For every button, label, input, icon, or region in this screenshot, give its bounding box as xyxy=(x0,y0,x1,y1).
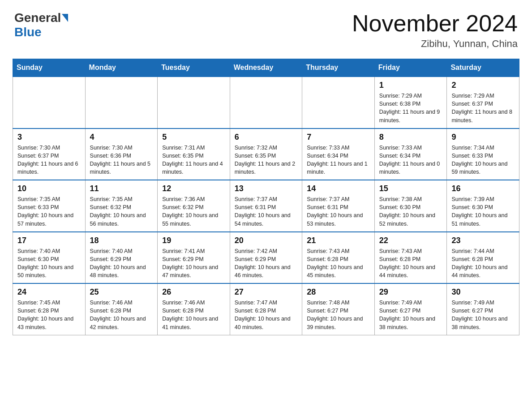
day-info: Sunrise: 7:43 AM Sunset: 6:28 PM Dayligh… xyxy=(307,247,370,280)
day-number: 24 xyxy=(17,287,81,297)
day-number: 25 xyxy=(90,287,153,297)
day-number: 22 xyxy=(379,236,442,245)
calendar-cell: 3Sunrise: 7:30 AM Sunset: 6:37 PM Daylig… xyxy=(13,128,86,180)
calendar-cell: 5Sunrise: 7:31 AM Sunset: 6:35 PM Daylig… xyxy=(158,128,230,180)
day-number: 12 xyxy=(162,184,225,193)
day-number: 13 xyxy=(235,184,298,193)
logo-arrow-icon xyxy=(62,14,68,22)
weekday-header-tuesday: Tuesday xyxy=(158,59,230,77)
day-info: Sunrise: 7:48 AM Sunset: 6:27 PM Dayligh… xyxy=(307,299,370,331)
day-info: Sunrise: 7:37 AM Sunset: 6:31 PM Dayligh… xyxy=(235,195,298,228)
day-number: 6 xyxy=(235,133,298,142)
calendar-week-row: 1Sunrise: 7:29 AM Sunset: 6:38 PM Daylig… xyxy=(13,77,519,128)
month-year-title: November 2024 xyxy=(352,11,518,36)
page-header: General Blue November 2024 Zibihu, Yunna… xyxy=(0,0,532,54)
day-info: Sunrise: 7:30 AM Sunset: 6:37 PM Dayligh… xyxy=(17,144,81,176)
calendar-cell: 26Sunrise: 7:46 AM Sunset: 6:28 PM Dayli… xyxy=(158,283,230,335)
weekday-header-monday: Monday xyxy=(85,59,158,77)
day-info: Sunrise: 7:40 AM Sunset: 6:30 PM Dayligh… xyxy=(17,247,81,280)
calendar-cell: 6Sunrise: 7:32 AM Sunset: 6:35 PM Daylig… xyxy=(230,128,302,180)
day-info: Sunrise: 7:29 AM Sunset: 6:38 PM Dayligh… xyxy=(379,92,442,124)
day-info: Sunrise: 7:41 AM Sunset: 6:29 PM Dayligh… xyxy=(162,247,225,280)
calendar-cell: 12Sunrise: 7:36 AM Sunset: 6:32 PM Dayli… xyxy=(158,180,230,232)
day-number: 28 xyxy=(307,287,370,297)
calendar-cell: 11Sunrise: 7:35 AM Sunset: 6:32 PM Dayli… xyxy=(85,180,158,232)
day-number: 15 xyxy=(379,184,442,193)
day-number: 9 xyxy=(451,133,515,142)
day-info: Sunrise: 7:45 AM Sunset: 6:28 PM Dayligh… xyxy=(17,299,81,331)
day-number: 7 xyxy=(307,133,370,142)
calendar-cell: 16Sunrise: 7:39 AM Sunset: 6:30 PM Dayli… xyxy=(447,180,519,232)
day-info: Sunrise: 7:34 AM Sunset: 6:33 PM Dayligh… xyxy=(451,144,515,176)
logo-general-text: General xyxy=(14,11,61,25)
calendar-table: SundayMondayTuesdayWednesdayThursdayFrid… xyxy=(13,59,519,335)
calendar-cell: 7Sunrise: 7:33 AM Sunset: 6:34 PM Daylig… xyxy=(302,128,375,180)
calendar-cell: 4Sunrise: 7:30 AM Sunset: 6:36 PM Daylig… xyxy=(85,128,158,180)
logo: General Blue xyxy=(14,11,69,39)
calendar-cell: 17Sunrise: 7:40 AM Sunset: 6:30 PM Dayli… xyxy=(13,232,86,284)
day-number: 5 xyxy=(162,133,225,142)
day-number: 21 xyxy=(307,236,370,245)
day-number: 26 xyxy=(162,287,225,297)
day-number: 3 xyxy=(17,133,81,142)
calendar-week-row: 17Sunrise: 7:40 AM Sunset: 6:30 PM Dayli… xyxy=(13,232,519,284)
day-info: Sunrise: 7:31 AM Sunset: 6:35 PM Dayligh… xyxy=(162,144,225,176)
location-subtitle: Zibihu, Yunnan, China xyxy=(352,38,518,50)
weekday-header-friday: Friday xyxy=(374,59,447,77)
calendar-cell: 24Sunrise: 7:45 AM Sunset: 6:28 PM Dayli… xyxy=(13,283,86,335)
day-info: Sunrise: 7:49 AM Sunset: 6:27 PM Dayligh… xyxy=(451,299,515,331)
day-number: 29 xyxy=(379,287,442,297)
calendar-cell: 19Sunrise: 7:41 AM Sunset: 6:29 PM Dayli… xyxy=(158,232,230,284)
day-number: 18 xyxy=(90,236,153,245)
day-number: 4 xyxy=(90,133,153,142)
calendar-week-row: 10Sunrise: 7:35 AM Sunset: 6:33 PM Dayli… xyxy=(13,180,519,232)
day-info: Sunrise: 7:35 AM Sunset: 6:32 PM Dayligh… xyxy=(90,195,153,228)
day-info: Sunrise: 7:33 AM Sunset: 6:34 PM Dayligh… xyxy=(379,144,442,176)
title-block: November 2024 Zibihu, Yunnan, China xyxy=(352,11,518,50)
calendar-cell: 1Sunrise: 7:29 AM Sunset: 6:38 PM Daylig… xyxy=(374,77,447,128)
calendar-cell: 2Sunrise: 7:29 AM Sunset: 6:37 PM Daylig… xyxy=(447,77,519,128)
day-number: 17 xyxy=(17,236,81,245)
day-number: 30 xyxy=(451,287,515,297)
calendar-cell: 28Sunrise: 7:48 AM Sunset: 6:27 PM Dayli… xyxy=(302,283,375,335)
day-info: Sunrise: 7:43 AM Sunset: 6:28 PM Dayligh… xyxy=(379,247,442,280)
day-info: Sunrise: 7:38 AM Sunset: 6:30 PM Dayligh… xyxy=(379,195,442,228)
calendar-cell: 29Sunrise: 7:49 AM Sunset: 6:27 PM Dayli… xyxy=(374,283,447,335)
calendar-cell xyxy=(85,77,158,128)
calendar-cell: 21Sunrise: 7:43 AM Sunset: 6:28 PM Dayli… xyxy=(302,232,375,284)
calendar-cell: 23Sunrise: 7:44 AM Sunset: 6:28 PM Dayli… xyxy=(447,232,519,284)
calendar-cell: 8Sunrise: 7:33 AM Sunset: 6:34 PM Daylig… xyxy=(374,128,447,180)
day-number: 8 xyxy=(379,133,442,142)
weekday-header-thursday: Thursday xyxy=(302,59,375,77)
day-info: Sunrise: 7:30 AM Sunset: 6:36 PM Dayligh… xyxy=(90,144,153,176)
day-info: Sunrise: 7:40 AM Sunset: 6:29 PM Dayligh… xyxy=(90,247,153,280)
day-number: 27 xyxy=(235,287,298,297)
day-info: Sunrise: 7:29 AM Sunset: 6:37 PM Dayligh… xyxy=(451,92,515,124)
day-info: Sunrise: 7:39 AM Sunset: 6:30 PM Dayligh… xyxy=(451,195,515,228)
weekday-header-sunday: Sunday xyxy=(13,59,86,77)
logo-blue-text: Blue xyxy=(14,25,42,39)
calendar-cell xyxy=(158,77,230,128)
day-number: 19 xyxy=(162,236,225,245)
weekday-header-row: SundayMondayTuesdayWednesdayThursdayFrid… xyxy=(13,59,519,77)
calendar-cell xyxy=(13,77,86,128)
calendar-cell: 15Sunrise: 7:38 AM Sunset: 6:30 PM Dayli… xyxy=(374,180,447,232)
calendar-cell: 10Sunrise: 7:35 AM Sunset: 6:33 PM Dayli… xyxy=(13,180,86,232)
day-number: 11 xyxy=(90,184,153,193)
calendar-cell: 30Sunrise: 7:49 AM Sunset: 6:27 PM Dayli… xyxy=(447,283,519,335)
day-info: Sunrise: 7:32 AM Sunset: 6:35 PM Dayligh… xyxy=(235,144,298,176)
calendar-cell xyxy=(230,77,302,128)
day-number: 1 xyxy=(379,81,442,90)
day-info: Sunrise: 7:46 AM Sunset: 6:28 PM Dayligh… xyxy=(162,299,225,331)
day-info: Sunrise: 7:49 AM Sunset: 6:27 PM Dayligh… xyxy=(379,299,442,331)
day-number: 20 xyxy=(235,236,298,245)
calendar-week-row: 3Sunrise: 7:30 AM Sunset: 6:37 PM Daylig… xyxy=(13,128,519,180)
day-info: Sunrise: 7:36 AM Sunset: 6:32 PM Dayligh… xyxy=(162,195,225,228)
day-number: 16 xyxy=(451,184,515,193)
day-info: Sunrise: 7:37 AM Sunset: 6:31 PM Dayligh… xyxy=(307,195,370,228)
calendar-cell: 25Sunrise: 7:46 AM Sunset: 6:28 PM Dayli… xyxy=(85,283,158,335)
calendar-cell: 14Sunrise: 7:37 AM Sunset: 6:31 PM Dayli… xyxy=(302,180,375,232)
calendar-cell: 9Sunrise: 7:34 AM Sunset: 6:33 PM Daylig… xyxy=(447,128,519,180)
day-number: 23 xyxy=(451,236,515,245)
day-info: Sunrise: 7:46 AM Sunset: 6:28 PM Dayligh… xyxy=(90,299,153,331)
